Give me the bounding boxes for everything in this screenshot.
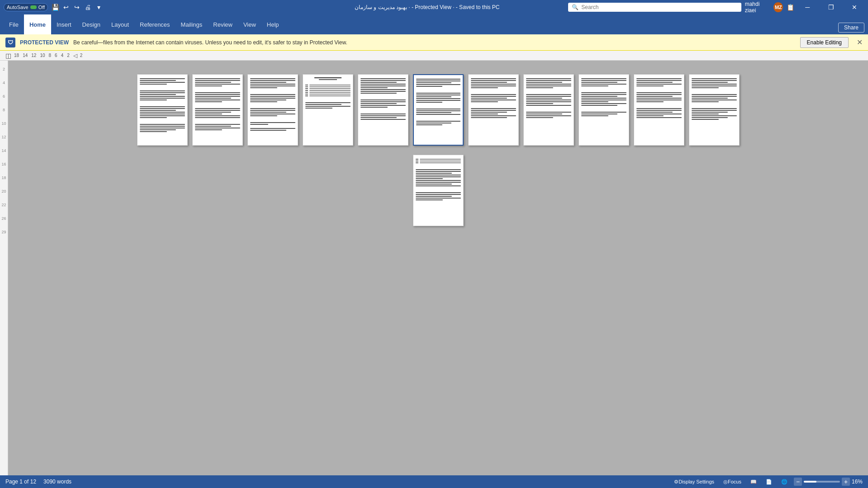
tab-home[interactable]: Home xyxy=(24,14,51,34)
autosave-label: AutoSave xyxy=(7,5,28,10)
lruler-16: 16 xyxy=(1,157,6,171)
page-thumb-8[interactable] xyxy=(523,74,574,146)
ruler-num-14: 14 xyxy=(23,53,28,58)
page-thumb-9[interactable] xyxy=(579,74,629,146)
main-area: 2 4 6 8 10 12 14 16 18 20 22 26 29 xyxy=(0,61,868,475)
lruler-14: 14 xyxy=(1,144,6,157)
undo-icon[interactable]: ↩ xyxy=(62,4,70,11)
page-thumb-4[interactable] xyxy=(303,74,353,146)
lruler-26: 26 xyxy=(1,212,6,225)
status-left: Page 1 of 12 3090 words xyxy=(5,479,71,485)
title-bar-right: 🔍 mahdi ziaei MZ 📋 ─ ❐ ✕ xyxy=(568,0,864,14)
ribbon: File Home Insert Design Layout Reference… xyxy=(0,14,868,34)
page-thumb-1[interactable] xyxy=(137,74,188,146)
user-info: mahdi ziaei MZ xyxy=(745,1,783,14)
page-thumb-2[interactable] xyxy=(192,74,243,146)
ruler-num-6: 6 xyxy=(55,53,57,58)
username: mahdi ziaei xyxy=(745,1,771,14)
title-bar-left: AutoSave Off 💾 ↩ ↪ 🖨 ▾ xyxy=(4,3,286,11)
word-count: 3090 words xyxy=(43,479,71,485)
protected-message: Be careful—files from the Internet can c… xyxy=(73,39,796,46)
left-ruler: 2 4 6 8 10 12 14 16 18 20 22 26 29 xyxy=(0,61,8,475)
focus-button[interactable]: ◎ Focus xyxy=(721,478,744,486)
search-input[interactable] xyxy=(581,4,737,10)
protected-label: PROTECTED VIEW xyxy=(20,39,69,46)
lruler-29: 29 xyxy=(1,225,6,239)
tab-help[interactable]: Help xyxy=(261,14,285,34)
page-thumb-7[interactable] xyxy=(468,74,519,146)
zoom-slider-fill xyxy=(804,481,816,483)
lruler-4: 4 xyxy=(3,76,5,90)
display-settings-icon: ⚙ xyxy=(674,479,678,485)
focus-icon: ◎ xyxy=(723,479,728,485)
ruler-num-4: 4 xyxy=(61,53,64,58)
shield-icon: 🛡 xyxy=(5,38,15,47)
ruler-num-2a: 2 xyxy=(67,53,70,58)
lruler-10: 10 xyxy=(1,117,6,130)
ruler-num-2b: 2 xyxy=(80,53,83,58)
tab-design[interactable]: Design xyxy=(77,14,106,34)
status-right: ⚙ Display Settings ◎ Focus 📖 📄 🌐 − + 16% xyxy=(671,478,863,486)
zoom-control: − + 16% xyxy=(794,478,863,486)
lruler-6: 6 xyxy=(3,90,5,103)
document-canvas[interactable] xyxy=(8,61,868,475)
ruler-icon: ◫ xyxy=(5,52,11,59)
page-thumb-5[interactable] xyxy=(358,74,408,146)
page-thumb-6[interactable] xyxy=(413,74,464,146)
protected-view-bar: 🛡 PROTECTED VIEW Be careful—files from t… xyxy=(0,34,868,51)
close-button[interactable]: ✕ xyxy=(844,0,864,14)
read-mode-icon: 📖 xyxy=(750,479,757,485)
tab-file[interactable]: File xyxy=(4,14,24,34)
page-row-1 xyxy=(137,74,740,146)
display-settings-button[interactable]: ⚙ Display Settings xyxy=(671,478,717,486)
top-ruler: ◫ 18 14 12 10 8 6 4 2 ◁ 2 xyxy=(0,51,868,61)
tab-layout[interactable]: Layout xyxy=(106,14,134,34)
notification-icon[interactable]: 📋 xyxy=(787,4,794,11)
autosave-toggle[interactable]: AutoSave Off xyxy=(4,3,48,11)
tab-view[interactable]: View xyxy=(238,14,261,34)
autosave-dot xyxy=(30,5,37,9)
lruler-2: 2 xyxy=(3,62,5,76)
page-thumb-11[interactable] xyxy=(689,74,740,146)
title-bar-center: بهبود مدیریت و سازمان · - Protected View… xyxy=(286,4,568,10)
print-layout-icon: 📄 xyxy=(766,479,772,485)
autosave-state: Off xyxy=(38,5,45,10)
search-icon: 🔍 xyxy=(572,4,579,10)
title-bar: AutoSave Off 💾 ↩ ↪ 🖨 ▾ بهبود مدیریت و سا… xyxy=(0,0,868,14)
display-settings-label: Display Settings xyxy=(678,479,714,484)
avatar[interactable]: MZ xyxy=(773,2,783,12)
save-icon[interactable]: 💾 xyxy=(52,4,59,11)
zoom-slider[interactable] xyxy=(804,481,840,483)
page-row-2 xyxy=(413,155,464,226)
lruler-12: 12 xyxy=(1,130,6,144)
tab-review[interactable]: Review xyxy=(208,14,238,34)
page-thumb-12[interactable] xyxy=(413,155,464,226)
tab-references[interactable]: References xyxy=(134,14,175,34)
search-box[interactable]: 🔍 xyxy=(568,3,741,12)
enable-editing-button[interactable]: Enable Editing xyxy=(800,37,849,48)
print-icon[interactable]: 🖨 xyxy=(84,4,91,11)
ruler-num-10: 10 xyxy=(40,53,45,58)
page-thumb-10[interactable] xyxy=(634,74,684,146)
close-protected-bar-button[interactable]: ✕ xyxy=(857,38,863,47)
customize-icon[interactable]: ▾ xyxy=(95,4,102,11)
restore-button[interactable]: ❐ xyxy=(821,0,841,14)
share-button[interactable]: Share xyxy=(838,23,864,33)
zoom-in-button[interactable]: + xyxy=(842,478,850,486)
ruler-arrow-icon: ◁ xyxy=(73,52,77,59)
redo-icon[interactable]: ↪ xyxy=(73,4,81,11)
web-layout-button[interactable]: 🌐 xyxy=(778,478,790,486)
tab-mailings[interactable]: Mailings xyxy=(175,14,208,34)
ruler-num-8: 8 xyxy=(49,53,52,58)
ruler-num-18: 18 xyxy=(14,53,19,58)
status-bar: Page 1 of 12 3090 words ⚙ Display Settin… xyxy=(0,475,868,488)
zoom-out-button[interactable]: − xyxy=(794,478,802,486)
tab-insert[interactable]: Insert xyxy=(51,14,77,34)
lruler-18: 18 xyxy=(1,171,6,185)
page-info: Page 1 of 12 xyxy=(5,479,36,485)
minimize-button[interactable]: ─ xyxy=(797,0,817,14)
page-thumb-3[interactable] xyxy=(247,74,298,146)
print-layout-button[interactable]: 📄 xyxy=(763,478,775,486)
doc-title: بهبود مدیریت و سازمان · - Protected View… xyxy=(355,4,500,10)
read-mode-button[interactable]: 📖 xyxy=(748,478,759,486)
